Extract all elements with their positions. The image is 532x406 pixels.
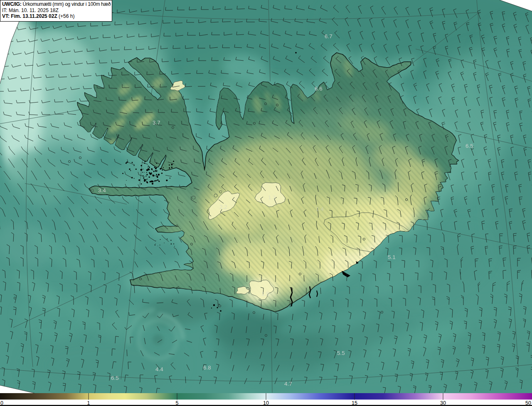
svg-text:5.5: 5.5	[337, 350, 345, 356]
svg-text:4.4: 4.4	[155, 366, 163, 372]
svg-text:1: 1	[87, 400, 90, 406]
svg-text:0: 0	[0, 400, 3, 406]
svg-text:3.7: 3.7	[153, 120, 160, 126]
svg-text:30: 30	[440, 400, 446, 406]
svg-text:5.1: 5.1	[388, 254, 396, 260]
svg-text:6.8: 6.8	[203, 364, 211, 371]
svg-text:15: 15	[352, 400, 357, 406]
svg-text:6.5: 6.5	[466, 143, 473, 149]
svg-text:6.7: 6.7	[325, 33, 332, 39]
svg-text:2.2: 2.2	[219, 204, 227, 210]
svg-text:50: 50	[525, 400, 531, 406]
svg-text:1.5: 1.5	[261, 291, 269, 297]
svg-text:4.7: 4.7	[284, 381, 292, 387]
svg-text:6.5: 6.5	[111, 375, 119, 381]
svg-text:10: 10	[263, 400, 269, 406]
svg-text:5: 5	[176, 400, 179, 406]
svg-text:1.3: 1.3	[268, 194, 276, 201]
svg-text:6.6: 6.6	[315, 86, 323, 92]
svg-text:3.4: 3.4	[98, 187, 106, 193]
svg-text:1.4: 1.4	[316, 206, 324, 212]
